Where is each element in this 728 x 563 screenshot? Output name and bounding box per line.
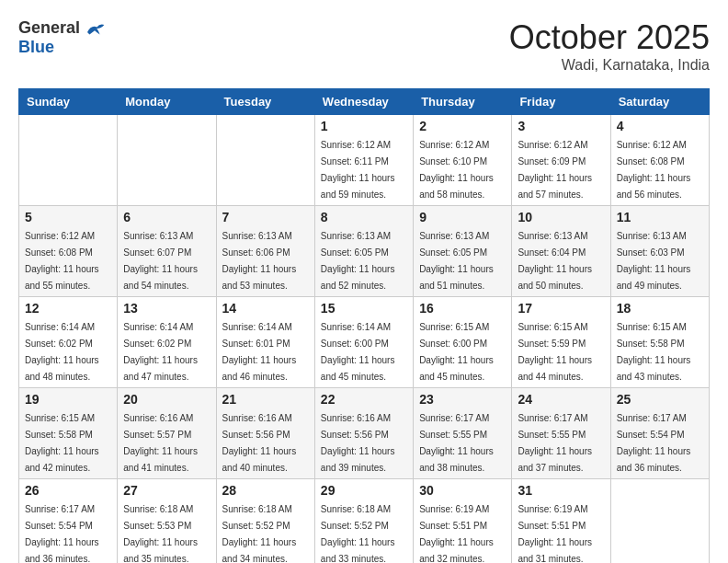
day-number: 31 [518, 483, 604, 498]
day-info: Sunrise: 6:14 AM Sunset: 6:01 PM Dayligh… [222, 322, 297, 382]
title-block: October 2025 Wadi, Karnataka, India [509, 18, 710, 74]
month-title: October 2025 [509, 18, 710, 57]
calendar-cell: 26Sunrise: 6:17 AM Sunset: 5:54 PM Dayli… [19, 479, 118, 564]
calendar-cell [216, 115, 314, 206]
day-info: Sunrise: 6:18 AM Sunset: 5:53 PM Dayligh… [123, 504, 198, 563]
day-info: Sunrise: 6:19 AM Sunset: 5:51 PM Dayligh… [419, 504, 494, 563]
calendar-cell: 6Sunrise: 6:13 AM Sunset: 6:07 PM Daylig… [118, 206, 216, 297]
weekday-header-saturday: Saturday [610, 89, 709, 115]
day-number: 30 [419, 483, 506, 498]
day-info: Sunrise: 6:15 AM Sunset: 6:00 PM Dayligh… [419, 322, 494, 382]
calendar-week-2: 5Sunrise: 6:12 AM Sunset: 6:08 PM Daylig… [19, 206, 710, 297]
day-info: Sunrise: 6:13 AM Sunset: 6:07 PM Dayligh… [123, 231, 198, 291]
day-number: 17 [518, 301, 604, 316]
calendar-cell: 10Sunrise: 6:13 AM Sunset: 6:04 PM Dayli… [512, 206, 610, 297]
day-number: 21 [222, 392, 309, 407]
calendar-cell: 8Sunrise: 6:13 AM Sunset: 6:05 PM Daylig… [314, 206, 413, 297]
day-info: Sunrise: 6:12 AM Sunset: 6:10 PM Dayligh… [419, 140, 494, 200]
calendar-cell: 28Sunrise: 6:18 AM Sunset: 5:52 PM Dayli… [216, 479, 314, 564]
calendar-cell: 4Sunrise: 6:12 AM Sunset: 6:08 PM Daylig… [610, 115, 709, 206]
day-info: Sunrise: 6:15 AM Sunset: 5:59 PM Dayligh… [518, 322, 592, 382]
weekday-header-tuesday: Tuesday [216, 89, 314, 115]
calendar-cell: 30Sunrise: 6:19 AM Sunset: 5:51 PM Dayli… [414, 479, 512, 564]
day-info: Sunrise: 6:13 AM Sunset: 6:04 PM Dayligh… [518, 231, 592, 291]
calendar-cell: 18Sunrise: 6:15 AM Sunset: 5:58 PM Dayli… [610, 297, 709, 388]
day-number: 18 [617, 301, 703, 316]
day-info: Sunrise: 6:14 AM Sunset: 6:00 PM Dayligh… [321, 322, 395, 382]
calendar-cell: 23Sunrise: 6:17 AM Sunset: 5:55 PM Dayli… [414, 388, 512, 479]
calendar-cell: 25Sunrise: 6:17 AM Sunset: 5:54 PM Dayli… [610, 388, 709, 479]
page-header: General Blue October 2025 Wadi, Karnatak… [18, 18, 710, 74]
calendar-cell [118, 115, 216, 206]
calendar-week-4: 19Sunrise: 6:15 AM Sunset: 5:58 PM Dayli… [19, 388, 710, 479]
weekday-header-wednesday: Wednesday [314, 89, 413, 115]
calendar-cell: 22Sunrise: 6:16 AM Sunset: 5:56 PM Dayli… [314, 388, 413, 479]
day-number: 26 [25, 483, 111, 498]
day-number: 7 [222, 210, 309, 224]
day-number: 9 [419, 210, 506, 224]
weekday-header-monday: Monday [118, 89, 216, 115]
calendar-cell: 24Sunrise: 6:17 AM Sunset: 5:55 PM Dayli… [512, 388, 610, 479]
calendar-cell: 9Sunrise: 6:13 AM Sunset: 6:05 PM Daylig… [414, 206, 512, 297]
day-number: 22 [321, 392, 407, 407]
location-text: Wadi, Karnataka, India [509, 57, 710, 74]
day-info: Sunrise: 6:18 AM Sunset: 5:52 PM Dayligh… [321, 504, 395, 563]
day-info: Sunrise: 6:12 AM Sunset: 6:09 PM Dayligh… [518, 140, 592, 200]
logo-bird-icon [84, 19, 106, 38]
calendar-cell: 16Sunrise: 6:15 AM Sunset: 6:00 PM Dayli… [414, 297, 512, 388]
day-number: 5 [25, 210, 111, 224]
day-info: Sunrise: 6:17 AM Sunset: 5:54 PM Dayligh… [25, 504, 99, 563]
calendar-cell: 5Sunrise: 6:12 AM Sunset: 6:08 PM Daylig… [19, 206, 118, 297]
day-info: Sunrise: 6:14 AM Sunset: 6:02 PM Dayligh… [123, 322, 198, 382]
calendar-cell: 7Sunrise: 6:13 AM Sunset: 6:06 PM Daylig… [216, 206, 314, 297]
day-info: Sunrise: 6:17 AM Sunset: 5:55 PM Dayligh… [518, 413, 592, 473]
logo: General Blue [18, 18, 106, 57]
day-info: Sunrise: 6:12 AM Sunset: 6:08 PM Dayligh… [25, 231, 99, 291]
day-number: 8 [321, 210, 407, 224]
calendar-cell: 17Sunrise: 6:15 AM Sunset: 5:59 PM Dayli… [512, 297, 610, 388]
day-info: Sunrise: 6:18 AM Sunset: 5:52 PM Dayligh… [222, 504, 297, 563]
day-info: Sunrise: 6:13 AM Sunset: 6:05 PM Dayligh… [419, 231, 494, 291]
weekday-header-friday: Friday [512, 89, 610, 115]
day-number: 25 [617, 392, 703, 407]
weekday-header-sunday: Sunday [19, 89, 118, 115]
day-info: Sunrise: 6:16 AM Sunset: 5:57 PM Dayligh… [123, 413, 198, 473]
day-number: 19 [25, 392, 111, 407]
day-number: 29 [321, 483, 407, 498]
calendar-week-1: 1Sunrise: 6:12 AM Sunset: 6:11 PM Daylig… [19, 115, 710, 206]
day-number: 27 [123, 483, 210, 498]
calendar-cell: 13Sunrise: 6:14 AM Sunset: 6:02 PM Dayli… [118, 297, 216, 388]
day-info: Sunrise: 6:16 AM Sunset: 5:56 PM Dayligh… [321, 413, 395, 473]
day-info: Sunrise: 6:13 AM Sunset: 6:06 PM Dayligh… [222, 231, 297, 291]
calendar-cell: 21Sunrise: 6:16 AM Sunset: 5:56 PM Dayli… [216, 388, 314, 479]
calendar-cell: 14Sunrise: 6:14 AM Sunset: 6:01 PM Dayli… [216, 297, 314, 388]
calendar-cell: 15Sunrise: 6:14 AM Sunset: 6:00 PM Dayli… [314, 297, 413, 388]
logo-general-text: General [18, 18, 80, 38]
day-number: 23 [419, 392, 506, 407]
calendar-cell [19, 115, 118, 206]
calendar-cell: 2Sunrise: 6:12 AM Sunset: 6:10 PM Daylig… [414, 115, 512, 206]
day-number: 16 [419, 301, 506, 316]
day-number: 20 [123, 392, 210, 407]
calendar-cell: 12Sunrise: 6:14 AM Sunset: 6:02 PM Dayli… [19, 297, 118, 388]
day-number: 2 [419, 119, 506, 133]
day-number: 12 [25, 301, 111, 316]
day-number: 28 [222, 483, 309, 498]
day-number: 15 [321, 301, 407, 316]
calendar-cell: 11Sunrise: 6:13 AM Sunset: 6:03 PM Dayli… [610, 206, 709, 297]
day-number: 3 [518, 119, 604, 133]
day-number: 14 [222, 301, 309, 316]
calendar-cell: 31Sunrise: 6:19 AM Sunset: 5:51 PM Dayli… [512, 479, 610, 564]
calendar-cell: 20Sunrise: 6:16 AM Sunset: 5:57 PM Dayli… [118, 388, 216, 479]
day-info: Sunrise: 6:19 AM Sunset: 5:51 PM Dayligh… [518, 504, 592, 563]
day-info: Sunrise: 6:13 AM Sunset: 6:05 PM Dayligh… [321, 231, 395, 291]
day-info: Sunrise: 6:15 AM Sunset: 5:58 PM Dayligh… [617, 322, 691, 382]
logo-blue-text: Blue [18, 38, 54, 57]
day-number: 10 [518, 210, 604, 224]
day-info: Sunrise: 6:12 AM Sunset: 6:08 PM Dayligh… [617, 140, 691, 200]
day-info: Sunrise: 6:15 AM Sunset: 5:58 PM Dayligh… [25, 413, 99, 473]
calendar-cell: 27Sunrise: 6:18 AM Sunset: 5:53 PM Dayli… [118, 479, 216, 564]
day-info: Sunrise: 6:13 AM Sunset: 6:03 PM Dayligh… [617, 231, 691, 291]
calendar-week-3: 12Sunrise: 6:14 AM Sunset: 6:02 PM Dayli… [19, 297, 710, 388]
calendar-cell: 19Sunrise: 6:15 AM Sunset: 5:58 PM Dayli… [19, 388, 118, 479]
